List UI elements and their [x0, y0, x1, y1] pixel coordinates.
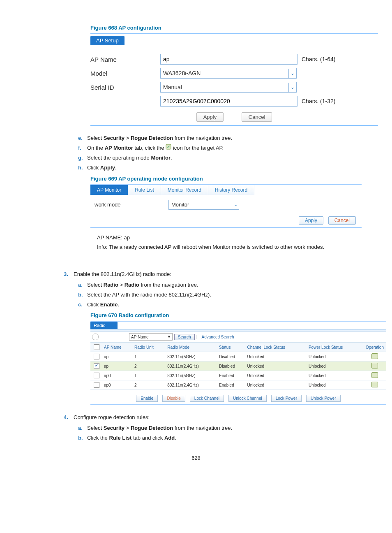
row-checkbox[interactable] [94, 373, 99, 378]
input-ap-name[interactable] [160, 54, 297, 65]
fig670-caption: Figure 670 Radio configuration [90, 312, 355, 318]
cell-radio-unit: 2 [133, 362, 166, 371]
label-serial-id: Serial ID [90, 84, 160, 91]
col-operation: Operation [363, 343, 386, 352]
chevron-down-icon: ⌄ [232, 202, 239, 207]
cell-power-lock: Unlocked [307, 362, 363, 371]
apply-button[interactable]: Apply [196, 112, 224, 122]
edit-icon[interactable] [371, 372, 378, 378]
cell-ap-name: ap [103, 352, 133, 362]
col-status[interactable]: Status [218, 343, 246, 352]
step-4b: b.Click the Rule List tab and click Add. [78, 434, 355, 442]
label-work-mode: work mode [95, 202, 168, 208]
tab-ap-monitor[interactable]: AP Monitor [90, 185, 128, 195]
fig668-caption: Figure 668 AP configuration [90, 25, 355, 31]
table-row[interactable]: ap1802.11n(5GHz)DisabledUnlockedUnlocked [90, 352, 386, 362]
cell-channel-lock: Unlocked [246, 352, 307, 362]
tab-monitor-record[interactable]: Monitor Record [161, 185, 208, 195]
cancel-button[interactable]: Cancel [242, 112, 272, 122]
step-4a: a.Select Security > Rogue Detection from… [78, 424, 355, 432]
fig669-ap-name: AP NAME: ap [97, 234, 355, 242]
enable-button[interactable]: Enable [136, 395, 158, 402]
lock-channel-button[interactable]: Lock Channel [190, 395, 224, 402]
cell-radio-mode: 802.11n(2.4GHz) [166, 362, 218, 371]
advanced-search-link[interactable]: Advanced Search [202, 335, 234, 339]
edit-icon[interactable] [371, 353, 378, 359]
cell-radio-mode: 802.11n(5GHz) [166, 352, 218, 362]
step-h: h.Click Apply. [78, 164, 355, 172]
cell-power-lock: Unlocked [307, 352, 363, 362]
unlock-channel-button[interactable]: Unlock Channel [228, 395, 267, 402]
table-row[interactable]: ap2802.11n(2.4GHz)DisabledUnlockedUnlock… [90, 362, 386, 371]
tab-rule-list[interactable]: Rule List [128, 185, 161, 195]
search-icon [92, 334, 99, 340]
cell-status: Disabled [218, 352, 246, 362]
radio-table: AP Name Radio Unit Radio Mode Status Cha… [90, 343, 386, 390]
cell-radio-mode: 802.11n(5GHz) [166, 371, 218, 380]
label-ap-name: AP Name [90, 56, 160, 63]
fig670-panel: Radio AP Name▼ Search | Advanced Search … [90, 321, 386, 405]
tab-ap-setup[interactable]: AP Setup [90, 36, 125, 45]
page-number: 628 [37, 455, 355, 461]
tab-history-record[interactable]: History Record [208, 185, 254, 195]
cell-ap-name: ap [103, 362, 133, 371]
col-radio-mode[interactable]: Radio Mode [166, 343, 218, 352]
tab-bar: AP Monitor Rule List Monitor Record Hist… [90, 185, 362, 195]
cell-status: Disabled [218, 362, 246, 371]
select-work-mode[interactable]: Monitor ⌄ [168, 200, 239, 210]
fig669-info: Info: The already connected AP will rebo… [97, 243, 355, 251]
cell-power-lock: Unlocked [307, 371, 363, 380]
unlock-power-button[interactable]: Unlock Power [306, 395, 341, 402]
cell-ap-name: ap0 [103, 380, 133, 390]
edit-icon[interactable] [371, 363, 378, 368]
table-row[interactable]: ap02802.11n(2.4GHz)EnabledUnlockedUnlock… [90, 380, 386, 390]
col-check[interactable] [90, 343, 103, 352]
lock-power-button[interactable]: Lock Power [271, 395, 302, 402]
cell-channel-lock: Unlocked [246, 371, 307, 380]
search-button[interactable]: Search [174, 334, 195, 340]
step-g: g.Select the operating mode Monitor. [78, 154, 355, 162]
edit-icon[interactable] [371, 382, 378, 387]
step-3: 3.Enable the 802.11n(2.4GHz) radio mode: [64, 270, 355, 278]
cell-channel-lock: Unlocked [246, 362, 307, 371]
cell-radio-mode: 802.11n(2.4GHz) [166, 380, 218, 390]
cell-radio-unit: 1 [133, 371, 166, 380]
cell-status: Enabled [218, 380, 246, 390]
cell-status: Enabled [218, 371, 246, 380]
fig668-panel: AP Setup AP Name Chars. (1-64) Model WA3… [90, 33, 378, 126]
step-3b: b.Select the AP with the radio mode 802.… [78, 291, 355, 299]
col-ap-name[interactable]: AP Name [103, 343, 133, 352]
tab-radio[interactable]: Radio [90, 322, 118, 329]
row-checkbox[interactable] [94, 363, 99, 369]
cancel-button[interactable]: Cancel [328, 216, 356, 225]
apply-button[interactable]: Apply [299, 216, 323, 225]
search-field-select[interactable]: AP Name▼ [129, 333, 173, 341]
cell-power-lock: Unlocked [307, 380, 363, 390]
col-channel-lock[interactable]: Channel Lock Status [246, 343, 307, 352]
table-row[interactable]: ap01802.11n(5GHz)EnabledUnlockedUnlocked [90, 371, 386, 380]
step-f: f.On the AP Monitor tab, click the icon … [78, 144, 355, 152]
hint-serial: Chars. (1-32) [302, 98, 335, 104]
label-model: Model [90, 70, 160, 77]
table-buttons: Enable Disable Lock Channel Unlock Chann… [90, 390, 386, 403]
cell-radio-unit: 1 [133, 352, 166, 362]
step-3a: a.Select Radio > Radio from the navigati… [78, 281, 355, 289]
select-serial-mode[interactable]: Manual ⌄ [160, 82, 297, 93]
input-serial-id[interactable] [160, 96, 297, 107]
cell-channel-lock: Unlocked [246, 380, 307, 390]
row-checkbox[interactable] [94, 382, 99, 388]
step-e: e.Select Security > Rogue Detection from… [78, 134, 355, 142]
chevron-down-icon: ⌄ [288, 83, 296, 92]
chevron-down-icon: ▼ [166, 335, 172, 339]
row-checkbox[interactable] [94, 354, 99, 359]
disable-button[interactable]: Disable [162, 395, 185, 402]
chevron-down-icon: ⌄ [288, 69, 296, 78]
col-power-lock[interactable]: Power Lock Status [307, 343, 363, 352]
fig669-panel: AP Monitor Rule List Monitor Record Hist… [90, 184, 362, 228]
select-model[interactable]: WA3628i-AGN ⌄ [160, 68, 297, 79]
step-4: 4.Configure rogue detection rules: [64, 413, 355, 422]
hint-ap-name: Chars. (1-64) [302, 56, 335, 63]
step-3c: c.Click Enable. [78, 301, 355, 309]
cell-radio-unit: 2 [133, 380, 166, 390]
col-radio-unit[interactable]: Radio Unit [133, 343, 166, 352]
